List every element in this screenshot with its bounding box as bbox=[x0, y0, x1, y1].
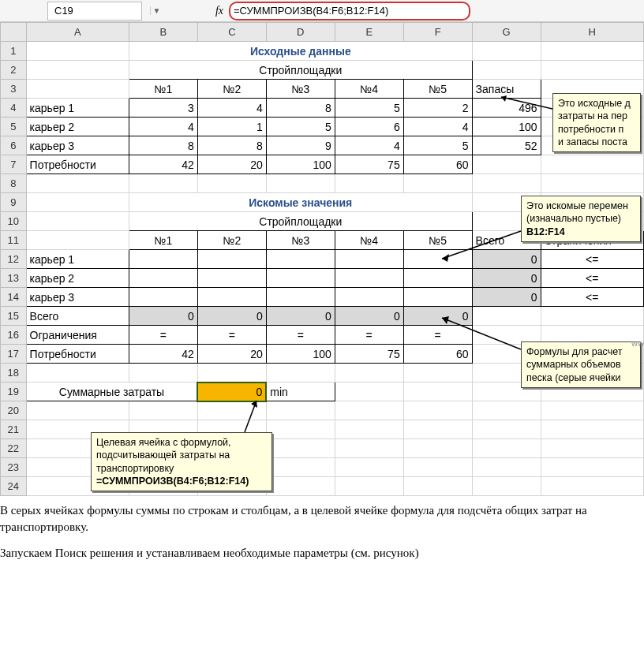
cell[interactable] bbox=[541, 477, 643, 496]
cell[interactable] bbox=[26, 61, 129, 80]
cell[interactable] bbox=[335, 401, 403, 420]
label-k1[interactable]: карьер 1 bbox=[26, 99, 129, 118]
cell[interactable] bbox=[403, 364, 472, 382]
cell[interactable] bbox=[403, 288, 472, 307]
row-header[interactable]: 12 bbox=[1, 250, 27, 269]
cell[interactable] bbox=[129, 250, 197, 269]
cell[interactable] bbox=[335, 174, 403, 193]
cell[interactable]: Всего bbox=[26, 307, 129, 326]
cell[interactable]: 0 bbox=[403, 307, 472, 326]
label-n2[interactable]: №2 bbox=[197, 80, 266, 99]
cell[interactable]: = bbox=[266, 326, 335, 345]
cell[interactable] bbox=[335, 477, 403, 496]
cell[interactable] bbox=[472, 401, 541, 420]
cell[interactable] bbox=[266, 364, 335, 382]
cell[interactable] bbox=[197, 364, 266, 382]
col-header-c[interactable]: C bbox=[197, 23, 266, 42]
cell[interactable]: 8 bbox=[266, 99, 335, 118]
cell[interactable] bbox=[129, 401, 197, 420]
cell[interactable]: = bbox=[403, 326, 472, 345]
row-header[interactable]: 11 bbox=[1, 231, 27, 250]
cell[interactable] bbox=[266, 269, 335, 288]
row-header[interactable]: 21 bbox=[1, 420, 27, 439]
cell[interactable] bbox=[541, 401, 643, 420]
col-header-b[interactable]: B bbox=[129, 23, 197, 42]
cell[interactable] bbox=[26, 401, 129, 420]
cell[interactable] bbox=[197, 250, 266, 269]
cell[interactable]: 42 bbox=[129, 345, 197, 364]
row-header[interactable]: 6 bbox=[1, 136, 27, 155]
cell[interactable] bbox=[266, 458, 335, 477]
cell[interactable]: 20 bbox=[197, 345, 266, 364]
cell[interactable]: 0 bbox=[129, 307, 197, 326]
row-header[interactable]: 13 bbox=[1, 269, 27, 288]
cell[interactable]: = bbox=[197, 326, 266, 345]
cell[interactable]: №5 bbox=[403, 231, 472, 250]
fx-icon[interactable]: fx bbox=[210, 5, 229, 17]
label-sumz[interactable]: Суммарные затраты bbox=[26, 382, 197, 401]
cell[interactable] bbox=[541, 420, 643, 439]
cell[interactable] bbox=[541, 61, 643, 80]
row-header[interactable]: 24 bbox=[1, 477, 27, 496]
cell[interactable] bbox=[26, 231, 129, 250]
cell[interactable]: 496 bbox=[472, 99, 541, 118]
cell[interactable]: 100 bbox=[266, 155, 335, 174]
cell[interactable] bbox=[541, 42, 643, 61]
cell[interactable] bbox=[266, 288, 335, 307]
cell[interactable]: 3 bbox=[129, 99, 197, 118]
cell[interactable]: 42 bbox=[129, 155, 197, 174]
cell[interactable]: карьер 3 bbox=[26, 288, 129, 307]
cell[interactable] bbox=[403, 382, 472, 401]
col-header-e[interactable]: E bbox=[335, 23, 403, 42]
label-zapasy[interactable]: Запасы bbox=[472, 80, 541, 99]
row-header[interactable]: 5 bbox=[1, 118, 27, 136]
cell[interactable] bbox=[403, 458, 472, 477]
name-box[interactable]: C19 bbox=[47, 2, 142, 21]
label-n3[interactable]: №3 bbox=[266, 80, 335, 99]
name-box-dropdown-icon[interactable]: ▼ bbox=[150, 6, 163, 15]
cell[interactable]: 75 bbox=[335, 155, 403, 174]
cell[interactable] bbox=[403, 174, 472, 193]
label-k3[interactable]: карьер 3 bbox=[26, 136, 129, 155]
cell[interactable] bbox=[26, 80, 129, 99]
row-header[interactable]: 23 bbox=[1, 458, 27, 477]
cell[interactable]: = bbox=[129, 326, 197, 345]
cell[interactable]: 0 bbox=[266, 307, 335, 326]
row-header[interactable]: 2 bbox=[1, 61, 27, 80]
cell[interactable]: 5 bbox=[403, 136, 472, 155]
row-header[interactable]: 22 bbox=[1, 439, 27, 458]
cell[interactable]: 60 bbox=[403, 155, 472, 174]
cell[interactable]: 0 bbox=[472, 250, 541, 269]
label-n1[interactable]: №1 bbox=[129, 80, 197, 99]
cell[interactable]: 20 bbox=[197, 155, 266, 174]
row-header[interactable]: 16 bbox=[1, 326, 27, 345]
cell[interactable] bbox=[472, 61, 541, 80]
title-seek-values[interactable]: Искомые значения bbox=[129, 193, 472, 212]
cell[interactable]: карьер 1 bbox=[26, 250, 129, 269]
row-header[interactable]: 9 bbox=[1, 193, 27, 212]
select-all-corner[interactable] bbox=[1, 23, 27, 42]
cell[interactable] bbox=[472, 420, 541, 439]
cell[interactable]: №4 bbox=[335, 231, 403, 250]
spreadsheet-grid[interactable]: A B C D E F G H 1 Исходные данные 2 Стро… bbox=[0, 22, 644, 496]
cell[interactable] bbox=[472, 458, 541, 477]
cell[interactable] bbox=[541, 439, 643, 458]
cell[interactable]: 5 bbox=[335, 99, 403, 118]
cell[interactable]: 100 bbox=[472, 118, 541, 136]
row-header[interactable]: 19 bbox=[1, 382, 27, 401]
cell[interactable]: Потребности bbox=[26, 345, 129, 364]
cell[interactable] bbox=[197, 288, 266, 307]
cell[interactable]: 0 bbox=[472, 288, 541, 307]
cell[interactable]: 4 bbox=[335, 136, 403, 155]
cell[interactable] bbox=[266, 401, 335, 420]
cell[interactable]: 100 bbox=[266, 345, 335, 364]
row-header[interactable]: 4 bbox=[1, 99, 27, 118]
cell[interactable]: 4 bbox=[197, 99, 266, 118]
label-sites2[interactable]: Стройплощадки bbox=[129, 212, 472, 231]
cell[interactable] bbox=[129, 174, 197, 193]
col-header-f[interactable]: F bbox=[403, 23, 472, 42]
cell[interactable] bbox=[472, 42, 541, 61]
cell[interactable] bbox=[197, 174, 266, 193]
cell[interactable] bbox=[472, 174, 541, 193]
cell[interactable]: 0 bbox=[197, 307, 266, 326]
